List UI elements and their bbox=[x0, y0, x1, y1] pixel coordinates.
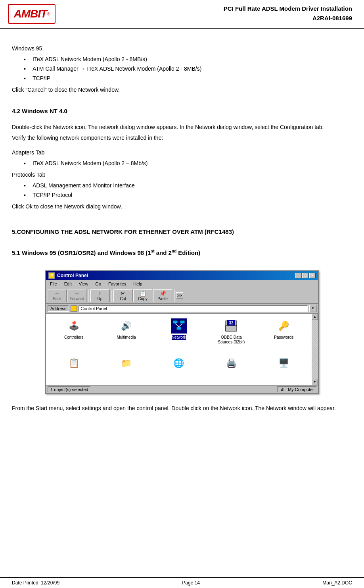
win-up-button[interactable]: ↑ Up bbox=[90, 289, 109, 302]
win-title-text: Control Panel bbox=[57, 273, 88, 278]
section-42-heading: 4.2 Windows NT 4.0 bbox=[12, 107, 352, 116]
closing-paragraph: From the Start menu, select settings and… bbox=[12, 404, 352, 413]
click-ok-text: Click Ok to close the Network dialog win… bbox=[12, 202, 352, 211]
win-status-right: 🖥 My Computer bbox=[277, 386, 316, 392]
win-address-label: Address bbox=[48, 305, 69, 312]
win-copy-button[interactable]: 📋 Copy bbox=[133, 289, 152, 302]
win-menu-go[interactable]: Go bbox=[93, 281, 103, 287]
win-more-button[interactable]: >> bbox=[176, 292, 183, 299]
win-address-icon bbox=[71, 305, 77, 312]
win-menu-view[interactable]: View bbox=[77, 281, 91, 287]
win-menu-help[interactable]: Help bbox=[131, 281, 145, 287]
icon-1-img: 📋 bbox=[66, 356, 82, 371]
paste-label: Paste bbox=[157, 297, 168, 301]
page-header: AMBIT® PCI Full Rate ADSL Modem Driver I… bbox=[0, 0, 364, 29]
multimedia-label: Multimedia bbox=[117, 335, 136, 340]
passwords-label: Passwords bbox=[274, 335, 293, 340]
back-label: Back bbox=[53, 297, 61, 301]
win-close-button[interactable]: ✕ bbox=[309, 273, 316, 278]
forward-icon: → bbox=[74, 291, 80, 296]
controllers-icon: 🕹️ bbox=[66, 318, 82, 334]
header-title: PCI Full Rate ADSL Modem Driver Installa… bbox=[224, 4, 352, 23]
computer-icon: 🖥 bbox=[280, 387, 286, 392]
superscript-nd: nd bbox=[172, 249, 176, 253]
win-icon-4[interactable]: 🖨️ bbox=[207, 356, 256, 380]
win-icon-controllers[interactable]: 🕹️ Controllers bbox=[49, 318, 98, 353]
back-icon: ← bbox=[54, 291, 60, 296]
win-icon-passwords[interactable]: 🔑 Passwords bbox=[259, 318, 308, 353]
win-icon-odbc[interactable]: 32 ODBC DataSources (32bit) bbox=[207, 318, 256, 353]
logo-registered: ® bbox=[47, 12, 50, 16]
list-item: ADSL Management and Monitor Interface bbox=[12, 181, 352, 190]
network-icon bbox=[171, 318, 187, 334]
list-item: ITeX ADSL Network Modem (Apollo 2 - 8MB/… bbox=[12, 55, 352, 64]
copy-icon: 📋 bbox=[140, 291, 146, 296]
win-minimize-button[interactable]: _ bbox=[295, 273, 301, 278]
win-app-icon: ⚙ bbox=[48, 272, 55, 279]
win-content-area: 🕹️ Controllers 🔊 Multimedia bbox=[46, 314, 318, 385]
svg-rect-2 bbox=[176, 327, 181, 330]
scroll-up-button[interactable]: ▲ bbox=[312, 314, 318, 320]
win-menu-file[interactable]: File bbox=[48, 281, 59, 287]
network-label: Network bbox=[172, 335, 186, 340]
adapters-bullet-list: ITeX ADSL Network Modem (Apollo 2 – 8Mb/… bbox=[12, 159, 352, 168]
cut-icon: ✂ bbox=[121, 291, 125, 296]
win-titlebar-left: ⚙ Control Panel bbox=[48, 272, 88, 279]
svg-rect-1 bbox=[180, 320, 185, 324]
win-status-text: 1 object(s) selected bbox=[48, 386, 90, 392]
cut-label: Cut bbox=[120, 297, 126, 301]
icon-4-img: 🖨️ bbox=[223, 356, 239, 371]
logo-box: AMBIT® bbox=[8, 4, 56, 24]
paste-icon: 📌 bbox=[159, 291, 166, 296]
scroll-track[interactable] bbox=[312, 320, 318, 379]
windows95-bullet-list: ITeX ADSL Network Modem (Apollo 2 - 8MB/… bbox=[12, 55, 352, 83]
protocols-bullet-list: ADSL Management and Monitor Interface TC… bbox=[12, 181, 352, 199]
win-scrollbar[interactable]: ▲ ▼ bbox=[312, 314, 318, 385]
win-address-dropdown[interactable]: ▼ bbox=[309, 305, 316, 312]
win-address-input[interactable]: Control Panel bbox=[79, 305, 308, 312]
forward-label: Forward bbox=[70, 297, 84, 301]
copy-label: Copy bbox=[138, 297, 147, 301]
odbc-label: ODBC DataSources (32bit) bbox=[218, 335, 245, 345]
scroll-down-button[interactable]: ▼ bbox=[312, 379, 318, 385]
win-paste-button[interactable]: 📌 Paste bbox=[153, 289, 172, 302]
win-menu-favorites[interactable]: Favorites bbox=[106, 281, 128, 287]
win-statusbar: 1 object(s) selected 🖥 My Computer bbox=[46, 385, 318, 393]
footer-filename: Man_A2.DOC bbox=[322, 580, 352, 586]
cancel-text: Click "Cancel" to close the Network wind… bbox=[12, 86, 352, 94]
adapters-tab-label: Adapters Tab bbox=[12, 148, 352, 157]
list-item: TCP/IP Protocol bbox=[12, 191, 352, 199]
multimedia-icon: 🔊 bbox=[119, 318, 134, 334]
win-back-button[interactable]: ← Back bbox=[48, 289, 67, 302]
header-title-line2: A2RAI-081699 bbox=[224, 13, 352, 23]
footer-date: Date Printed: 12/20/99 bbox=[12, 580, 59, 586]
svg-rect-8 bbox=[226, 326, 237, 331]
win-titlebar: ⚙ Control Panel _ □ ✕ bbox=[46, 271, 318, 280]
toolbar-separator-2 bbox=[111, 289, 112, 302]
icon-2-img: 📁 bbox=[119, 356, 134, 371]
win-icon-3[interactable]: 🌐 bbox=[154, 356, 203, 380]
logo-area: AMBIT® bbox=[8, 4, 56, 24]
win-icon-2[interactable]: 📁 bbox=[102, 356, 151, 380]
win-cut-button[interactable]: ✂ Cut bbox=[113, 289, 132, 302]
win-menu-edit[interactable]: Edit bbox=[62, 281, 74, 287]
svg-rect-0 bbox=[173, 320, 178, 324]
win-icon-network[interactable]: Network bbox=[154, 318, 203, 353]
page-content: Windows 95 ITeX ADSL Network Modem (Apol… bbox=[0, 29, 364, 423]
section-5-heading: 5.CONFIGURING THE ADSL NETWORK FOR ETHER… bbox=[12, 227, 352, 237]
win-icon-grid: 🕹️ Controllers 🔊 Multimedia bbox=[46, 314, 312, 385]
up-icon: ↑ bbox=[99, 291, 102, 296]
win-maximize-button[interactable]: □ bbox=[302, 273, 308, 278]
win-titlebar-buttons[interactable]: _ □ ✕ bbox=[295, 273, 316, 278]
win-forward-button[interactable]: → Forward bbox=[67, 289, 86, 302]
win-icon-multimedia[interactable]: 🔊 Multimedia bbox=[102, 318, 151, 353]
win-icon-1[interactable]: 📋 bbox=[49, 356, 98, 380]
protocols-tab-label: Protocols Tab bbox=[12, 171, 352, 179]
footer-page: Page 14 bbox=[182, 580, 200, 586]
svg-line-4 bbox=[179, 324, 182, 327]
win-menubar: File Edit View Go Favorites Help bbox=[46, 280, 318, 288]
win-icon-5[interactable]: 🖥️ bbox=[259, 356, 308, 380]
toolbar-separator-1 bbox=[88, 289, 89, 302]
win-address-bar: Address Control Panel ▼ bbox=[46, 304, 318, 314]
section-42-para1: Double-click the Network icon. The netwo… bbox=[12, 123, 352, 131]
